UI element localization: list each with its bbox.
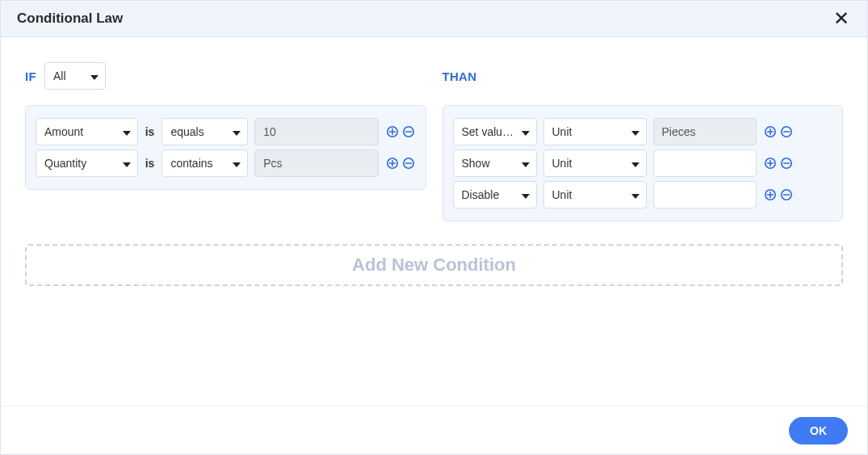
remove-rule-icon[interactable] [401, 156, 416, 171]
than-action-select[interactable]: Disable [453, 181, 537, 209]
chevron-down-icon [631, 157, 639, 170]
than-keyword: THAN [442, 70, 477, 83]
than-rule-row: Disable Unit [453, 181, 833, 209]
add-rule-icon[interactable] [385, 124, 400, 139]
remove-rule-icon[interactable] [779, 187, 794, 202]
than-column: THAN Set value ... Unit Pieces [442, 61, 844, 221]
chevron-down-icon [631, 188, 639, 201]
if-scope-select[interactable]: All [44, 62, 106, 90]
if-operator-value: contains [170, 157, 212, 170]
dialog-footer: OK [1, 406, 867, 454]
than-field-value: Unit [552, 125, 572, 138]
add-new-condition-label: Add New Condition [352, 255, 516, 276]
is-label: is [145, 157, 156, 170]
ok-button[interactable]: OK [789, 417, 848, 444]
chevron-down-icon [123, 157, 131, 170]
chevron-down-icon [522, 125, 530, 138]
than-field-value: Unit [552, 188, 572, 201]
than-action-select[interactable]: Show [453, 150, 537, 177]
if-value-input[interactable]: 10 [254, 118, 378, 145]
if-field-select[interactable]: Amount [36, 118, 138, 145]
than-field-select[interactable]: Unit [543, 181, 647, 209]
add-rule-icon[interactable] [385, 156, 400, 171]
remove-rule-icon[interactable] [779, 156, 794, 171]
than-field-select[interactable]: Unit [543, 150, 647, 177]
dialog-content: IF All Amount is equals [1, 37, 867, 406]
if-value-text: 10 [263, 125, 276, 138]
add-rule-icon[interactable] [763, 156, 778, 171]
chevron-down-icon [522, 157, 530, 170]
remove-rule-icon[interactable] [401, 124, 416, 139]
than-rule-row: Show Unit [453, 150, 833, 177]
than-rule-row: Set value ... Unit Pieces [453, 118, 833, 145]
dialog-title: Conditional Law [17, 11, 123, 27]
than-action-value: Set value ... [462, 125, 515, 138]
than-value-input[interactable] [653, 150, 757, 177]
than-rules-card: Set value ... Unit Pieces [442, 105, 844, 221]
chevron-down-icon [233, 125, 241, 138]
if-rule-row: Amount is equals 10 [36, 118, 416, 145]
if-rule-row: Quantity is contains Pcs [36, 150, 416, 177]
if-value-input[interactable]: Pcs [254, 150, 378, 177]
is-label: is [145, 125, 156, 138]
than-action-value: Disable [462, 188, 500, 201]
if-operator-select[interactable]: equals [161, 118, 248, 145]
if-scope-value: All [53, 70, 66, 82]
add-rule-icon[interactable] [763, 124, 778, 139]
add-rule-icon[interactable] [763, 187, 778, 202]
than-value-input[interactable] [653, 181, 757, 209]
than-value-text: Pieces [662, 125, 696, 138]
if-keyword: IF [25, 70, 36, 83]
than-field-select[interactable]: Unit [543, 118, 647, 145]
than-action-value: Show [462, 157, 490, 170]
than-action-select[interactable]: Set value ... [453, 118, 537, 145]
if-value-text: Pcs [263, 157, 282, 170]
if-operator-value: equals [170, 125, 203, 138]
if-field-value: Quantity [44, 157, 86, 170]
chevron-down-icon [233, 157, 241, 170]
remove-rule-icon[interactable] [779, 124, 794, 139]
chevron-down-icon [90, 70, 99, 82]
add-new-condition-button[interactable]: Add New Condition [25, 244, 843, 286]
if-field-value: Amount [44, 125, 83, 138]
close-icon[interactable]: ✕ [828, 6, 854, 32]
chevron-down-icon [522, 188, 530, 201]
if-column: IF All Amount is equals [25, 61, 426, 190]
if-operator-select[interactable]: contains [161, 150, 248, 177]
chevron-down-icon [631, 125, 639, 138]
chevron-down-icon [123, 125, 131, 138]
than-field-value: Unit [552, 157, 572, 170]
if-rules-card: Amount is equals 10 [25, 105, 426, 190]
if-field-select[interactable]: Quantity [36, 150, 138, 177]
than-value-input[interactable]: Pieces [653, 118, 757, 145]
titlebar: Conditional Law ✕ [1, 1, 867, 37]
